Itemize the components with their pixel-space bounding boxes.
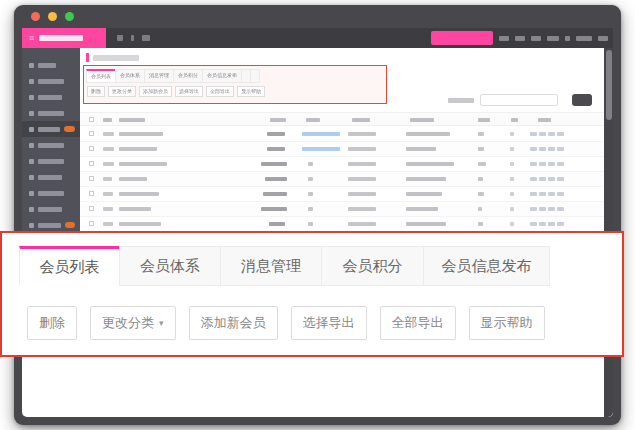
email-link[interactable] bbox=[308, 192, 313, 196]
row-checkbox[interactable] bbox=[89, 161, 94, 166]
tab-unreadable[interactable] bbox=[250, 69, 260, 83]
add-member-button[interactable]: 添加新会员 bbox=[139, 86, 172, 97]
sidebar-item[interactable] bbox=[22, 169, 80, 185]
action-link[interactable] bbox=[539, 222, 546, 226]
action-link[interactable] bbox=[557, 222, 564, 226]
name-link[interactable] bbox=[119, 147, 157, 151]
row-checkbox[interactable] bbox=[89, 221, 94, 226]
show-help-button[interactable]: 显示帮助 bbox=[469, 306, 545, 340]
export-all-button[interactable]: 全部导出 bbox=[206, 86, 234, 97]
email-link[interactable] bbox=[308, 162, 313, 166]
row-checkbox[interactable] bbox=[89, 191, 94, 196]
action-link[interactable] bbox=[539, 177, 546, 181]
action-link[interactable] bbox=[557, 162, 564, 166]
hamburger-icon[interactable]: ≡ bbox=[29, 34, 34, 43]
toolbar-icon[interactable] bbox=[142, 35, 150, 41]
action-link[interactable] bbox=[530, 147, 537, 151]
minimize-button[interactable] bbox=[48, 12, 57, 21]
export-selected-button[interactable]: 选择导出 bbox=[175, 86, 203, 97]
topbar-nav-item[interactable] bbox=[515, 36, 525, 41]
name-link[interactable] bbox=[119, 162, 167, 166]
select-all-checkbox[interactable] bbox=[89, 117, 94, 122]
sidebar-item[interactable] bbox=[22, 153, 80, 169]
sidebar-item[interactable] bbox=[22, 121, 80, 137]
topbar-nav-item[interactable] bbox=[531, 36, 541, 41]
action-link[interactable] bbox=[539, 192, 546, 196]
action-link[interactable] bbox=[539, 207, 546, 211]
action-link[interactable] bbox=[548, 177, 555, 181]
action-link[interactable] bbox=[548, 207, 555, 211]
sidebar-item[interactable] bbox=[22, 57, 80, 73]
action-link[interactable] bbox=[557, 132, 564, 136]
topbar-nav-item[interactable] bbox=[499, 36, 509, 41]
tab-member-list[interactable]: 会员列表 bbox=[86, 69, 116, 83]
row-checkbox[interactable] bbox=[89, 206, 94, 211]
action-link[interactable] bbox=[539, 162, 546, 166]
sidebar-item[interactable] bbox=[22, 105, 80, 121]
export-all-button[interactable]: 全部导出 bbox=[380, 306, 456, 340]
sidebar-item[interactable] bbox=[22, 73, 80, 89]
toolbar-icon[interactable] bbox=[131, 35, 134, 41]
action-link[interactable] bbox=[530, 162, 537, 166]
action-link[interactable] bbox=[548, 192, 555, 196]
tab-message-management[interactable]: 消息管理 bbox=[220, 246, 322, 286]
action-link[interactable] bbox=[548, 162, 555, 166]
tab-member-points[interactable]: 会员积分 bbox=[321, 246, 424, 286]
delete-button[interactable]: 删除 bbox=[27, 306, 77, 340]
action-link[interactable] bbox=[557, 192, 564, 196]
sidebar-item[interactable] bbox=[22, 137, 80, 153]
name-link[interactable] bbox=[119, 207, 151, 211]
email-link[interactable] bbox=[308, 222, 313, 226]
sidebar-item[interactable] bbox=[22, 185, 80, 201]
close-button[interactable] bbox=[31, 12, 40, 21]
app-logo[interactable]: ≡ bbox=[22, 28, 106, 48]
show-help-button[interactable]: 显示帮助 bbox=[237, 86, 265, 97]
row-checkbox[interactable] bbox=[89, 131, 94, 136]
action-link[interactable] bbox=[530, 177, 537, 181]
action-link[interactable] bbox=[557, 207, 564, 211]
email-link[interactable] bbox=[308, 177, 313, 181]
row-checkbox[interactable] bbox=[89, 176, 94, 181]
action-link[interactable] bbox=[548, 147, 555, 151]
email-link[interactable] bbox=[302, 147, 340, 151]
scrollbar-thumb[interactable] bbox=[606, 50, 612, 120]
sidebar-item[interactable] bbox=[22, 89, 80, 105]
search-button[interactable] bbox=[572, 94, 592, 106]
change-category-button[interactable]: 更改分类 bbox=[108, 86, 136, 97]
topbar-nav-item[interactable] bbox=[576, 36, 592, 41]
tab-message-management[interactable]: 消息管理 bbox=[144, 69, 174, 83]
name-link[interactable] bbox=[119, 222, 161, 226]
email-link[interactable] bbox=[308, 207, 313, 211]
search-input[interactable] bbox=[480, 94, 558, 106]
topbar-nav-item[interactable] bbox=[565, 36, 570, 41]
tab-member-info-publish[interactable]: 会员信息发布 bbox=[423, 246, 550, 286]
action-link[interactable] bbox=[539, 147, 546, 151]
tab-member-info-publish[interactable]: 会员信息发布 bbox=[202, 69, 242, 83]
action-link[interactable] bbox=[548, 222, 555, 226]
topbar-nav-item[interactable] bbox=[547, 36, 559, 41]
action-link[interactable] bbox=[548, 132, 555, 136]
row-checkbox[interactable] bbox=[89, 146, 94, 151]
toolbar-icon[interactable] bbox=[117, 35, 123, 41]
name-link[interactable] bbox=[119, 177, 147, 181]
sidebar-item[interactable] bbox=[22, 201, 80, 217]
export-selected-button[interactable]: 选择导出 bbox=[291, 306, 367, 340]
topbar-nav-item[interactable] bbox=[598, 36, 608, 41]
delete-button[interactable]: 删除 bbox=[87, 86, 105, 97]
change-category-button[interactable]: 更改分类▾ bbox=[90, 306, 176, 340]
tab-member-points[interactable]: 会员积分 bbox=[173, 69, 203, 83]
tab-member-system[interactable]: 会员体系 bbox=[119, 246, 221, 286]
add-member-button[interactable]: 添加新会员 bbox=[189, 306, 278, 340]
action-link[interactable] bbox=[530, 207, 537, 211]
tab-member-list[interactable]: 会员列表 bbox=[19, 246, 120, 286]
action-link[interactable] bbox=[530, 132, 537, 136]
topbar-primary-button[interactable] bbox=[431, 31, 493, 45]
name-link[interactable] bbox=[119, 132, 163, 136]
action-link[interactable] bbox=[557, 177, 564, 181]
action-link[interactable] bbox=[530, 192, 537, 196]
action-link[interactable] bbox=[557, 147, 564, 151]
name-link[interactable] bbox=[119, 192, 159, 196]
tab-member-system[interactable]: 会员体系 bbox=[115, 69, 145, 83]
action-link[interactable] bbox=[539, 132, 546, 136]
action-link[interactable] bbox=[530, 222, 537, 226]
